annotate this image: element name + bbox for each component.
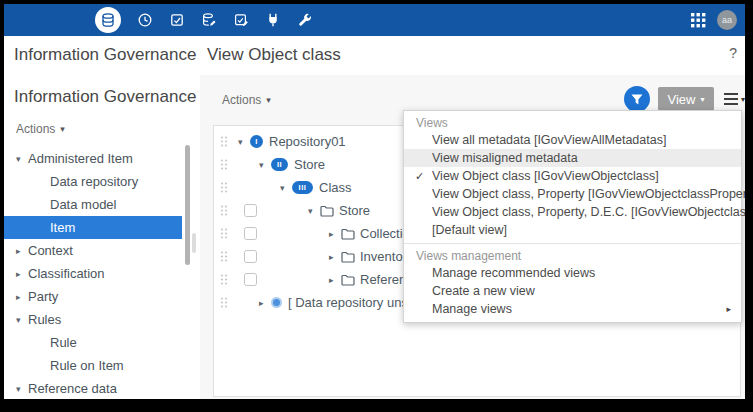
menu-item-default-view[interactable]: [Default view] — [404, 221, 741, 239]
menu-item-manage-recommended-views[interactable]: Manage recommended views — [404, 264, 741, 282]
caret-down-icon[interactable]: ▾ — [16, 154, 28, 164]
row-checkbox[interactable] — [244, 273, 257, 286]
caret-right-icon[interactable]: ▸ — [329, 275, 341, 285]
menu-item-label: Manage views — [432, 302, 512, 316]
user-avatar[interactable]: aa — [717, 10, 737, 30]
menu-item-label: View Object class [IGovViewObjectclass] — [432, 169, 659, 183]
filter-button[interactable] — [624, 86, 650, 112]
tree-node-label[interactable]: Class — [319, 180, 352, 195]
sidebar-item-label: Context — [28, 243, 73, 258]
tree-node-label[interactable]: Store — [294, 157, 325, 172]
sidebar-item-label: Classification — [28, 266, 105, 281]
folder-icon — [341, 228, 355, 240]
sidebar-item-label: Rule — [50, 335, 77, 350]
menu-item-view-all-metadata[interactable]: View all metadata [IGovViewAllMetadatas] — [404, 131, 741, 149]
caret-right-icon[interactable]: ▸ — [329, 252, 341, 262]
app-title: Information Governance — [14, 45, 196, 65]
page-header: Information Governance View Object class… — [4, 36, 745, 75]
sidebar-item-rule-on-item[interactable]: Rule on Item — [4, 354, 200, 377]
sidebar-item-classification[interactable]: ▸ Classification — [4, 262, 200, 285]
caret-down-icon[interactable]: ▾ — [238, 137, 250, 147]
caret-down-icon[interactable]: ▾ — [308, 206, 320, 216]
wrench-icon[interactable] — [296, 12, 313, 29]
table-settings-menu-button[interactable]: ▾ — [724, 93, 745, 105]
drag-handle-icon[interactable] — [220, 227, 228, 243]
check-icon: ✓ — [415, 167, 424, 185]
sidebar-item-data-model[interactable]: Data model — [4, 193, 200, 216]
clock-icon[interactable] — [136, 12, 153, 29]
sidebar-actions-menu[interactable]: Actions ▾ — [16, 122, 200, 136]
main-actions-label: Actions — [222, 93, 261, 107]
app-window: aa Information Governance View Object cl… — [4, 4, 745, 399]
hamburger-icon — [724, 93, 738, 105]
caret-down-icon[interactable]: ▾ — [280, 183, 292, 193]
sidebar-actions-label: Actions — [16, 122, 55, 136]
top-navigation-bar: aa — [4, 4, 745, 36]
menu-section-header-views: Views — [404, 115, 741, 131]
menu-item-manage-views[interactable]: Manage views ▸ — [404, 300, 741, 318]
sidebar-item-administered-item[interactable]: ▾ Administered Item — [4, 147, 200, 170]
caret-down-icon[interactable]: ▾ — [16, 384, 28, 394]
task-check-icon[interactable] — [168, 12, 185, 29]
chevron-down-icon: ▾ — [60, 124, 65, 134]
row-checkbox[interactable] — [244, 227, 257, 240]
view-dropdown-menu: Views View all metadata [IGovViewAllMeta… — [403, 110, 742, 323]
chevron-down-icon: ▾ — [741, 95, 745, 104]
caret-right-icon[interactable]: ▸ — [16, 246, 28, 256]
menu-item-view-object-class[interactable]: ✓ View Object class [IGovViewObjectclass… — [404, 167, 741, 185]
sidebar-item-label: Rules — [28, 312, 61, 327]
sidebar-item-rule[interactable]: Rule — [4, 331, 200, 354]
help-icon[interactable]: ? — [729, 45, 737, 61]
drag-handle-icon[interactable] — [220, 296, 228, 312]
apps-grid-icon[interactable] — [690, 12, 707, 29]
caret-down-icon[interactable]: ▾ — [259, 160, 271, 170]
database-edit-icon[interactable] — [200, 12, 217, 29]
sidebar-scrollbar-secondary[interactable] — [192, 233, 196, 253]
sidebar-item-item[interactable]: Item — [4, 216, 182, 239]
sidebar-item-label: Administered Item — [28, 151, 133, 166]
sidebar-scrollbar[interactable] — [185, 145, 190, 265]
sidebar-title: Information Governance — [4, 75, 200, 107]
sidebar-item-context[interactable]: ▸ Context — [4, 239, 200, 262]
drag-handle-icon[interactable] — [220, 273, 228, 289]
sidebar-item-rules[interactable]: ▾ Rules — [4, 308, 200, 331]
drag-handle-icon[interactable] — [220, 158, 228, 174]
drag-handle-icon[interactable] — [220, 181, 228, 197]
menu-item-view-object-class-property[interactable]: View Object class, Property [IGovViewObj… — [404, 185, 741, 203]
page-title: View Object class — [207, 45, 341, 65]
menu-divider — [404, 243, 741, 244]
sidebar-item-label: Data model — [50, 197, 116, 212]
drag-handle-icon[interactable] — [220, 135, 228, 151]
drag-handle-icon[interactable] — [220, 250, 228, 266]
row-checkbox[interactable] — [244, 250, 257, 263]
caret-right-icon[interactable]: ▸ — [259, 298, 271, 308]
task-edit-icon[interactable] — [232, 12, 249, 29]
tree-node-label[interactable]: Store — [339, 203, 370, 218]
submenu-arrow-icon: ▸ — [726, 300, 731, 318]
caret-down-icon[interactable]: ▾ — [16, 315, 28, 325]
sidebar-item-label: Party — [28, 289, 58, 304]
sidebar-item-party[interactable]: ▸ Party — [4, 285, 200, 308]
view-dropdown-button[interactable]: View ▾ — [658, 87, 714, 111]
folder-icon — [320, 205, 334, 217]
level-2-badge-icon: II — [271, 158, 288, 171]
row-checkbox[interactable] — [244, 204, 257, 217]
sidebar-item-label: Rule on Item — [50, 358, 124, 373]
menu-item-view-object-class-property-dec[interactable]: View Object class, Property, D.E.C. [IGo… — [404, 203, 741, 221]
caret-right-icon[interactable]: ▸ — [16, 292, 28, 302]
sidebar-item-label: Reference data — [28, 381, 117, 396]
sidebar-item-reference-data[interactable]: ▾ Reference data — [4, 377, 200, 399]
main-actions-menu[interactable]: Actions ▾ — [222, 93, 271, 107]
caret-right-icon[interactable]: ▸ — [16, 269, 28, 279]
plug-icon[interactable] — [264, 12, 281, 29]
menu-section-header-views-management: Views management — [404, 248, 741, 264]
menu-item-create-a-new-view[interactable]: Create a new view — [404, 282, 741, 300]
drag-handle-icon[interactable] — [220, 204, 228, 220]
level-3-badge-icon: III — [292, 181, 313, 194]
tree-node-label[interactable]: Repository01 — [269, 134, 346, 149]
database-icon[interactable] — [95, 7, 121, 33]
sidebar-item-data-repository[interactable]: Data repository — [4, 170, 200, 193]
funnel-icon — [631, 94, 643, 105]
menu-item-view-misaligned-metadata[interactable]: View misaligned metadata — [404, 149, 741, 167]
caret-right-icon[interactable]: ▸ — [329, 229, 341, 239]
